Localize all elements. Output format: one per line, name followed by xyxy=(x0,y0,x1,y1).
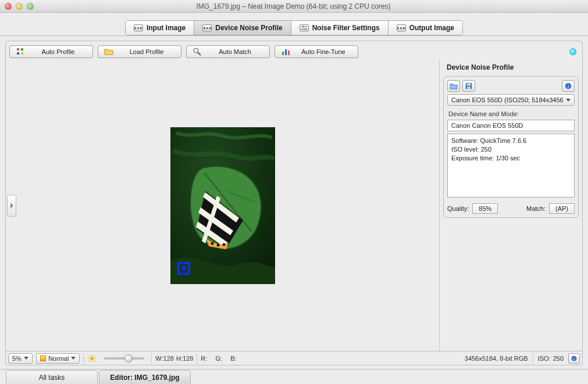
save-profile-button[interactable] xyxy=(462,80,475,92)
status-led-icon xyxy=(569,48,576,55)
zoom-window-button[interactable] xyxy=(27,3,34,10)
chevron-down-icon xyxy=(566,99,571,102)
svg-point-3 xyxy=(305,28,307,30)
main-tab-group: Input Image Device Noise Profile Noise F… xyxy=(125,20,463,35)
chevron-down-icon xyxy=(24,357,28,360)
g-label: G: xyxy=(215,355,222,362)
workspace-panel: Auto Profile Load Profile Auto Match Aut… xyxy=(5,41,583,365)
minimize-window-button[interactable] xyxy=(16,3,23,10)
zoom-select[interactable]: 5% xyxy=(8,353,33,364)
button-label: Load Profile xyxy=(118,48,175,55)
tab-all-tasks[interactable]: All tasks xyxy=(6,370,98,384)
panel-title: Device Noise Profile xyxy=(443,62,579,74)
svg-rect-5 xyxy=(21,48,23,51)
svg-point-18 xyxy=(216,243,219,246)
button-label: Auto Fine-Tune xyxy=(295,48,352,55)
iso-label: ISO: xyxy=(538,355,551,362)
viewmode-select[interactable]: Normal xyxy=(36,353,80,364)
expand-panel-button[interactable] xyxy=(7,195,16,217)
load-profile-button[interactable]: Load Profile xyxy=(98,45,181,58)
svg-point-1 xyxy=(302,26,304,27)
iso-value: 250 xyxy=(553,355,564,362)
chevron-down-icon xyxy=(71,357,76,360)
match-value: (AP) xyxy=(549,203,575,214)
tab-label: Device Noise Profile xyxy=(215,24,282,32)
tab-label: Noise Filter Settings xyxy=(312,24,380,32)
svg-line-33 xyxy=(94,356,95,357)
brightness-icon xyxy=(87,354,97,363)
tab-noise-filter-settings[interactable]: Noise Filter Settings xyxy=(291,21,389,35)
svg-rect-12 xyxy=(288,51,290,55)
device-name-label: Device Name and Mode: xyxy=(447,108,575,117)
svg-line-9 xyxy=(198,52,201,55)
image-viewer[interactable] xyxy=(6,60,439,351)
iso-readout: ISO: 250 xyxy=(538,355,564,362)
svg-rect-22 xyxy=(467,87,470,89)
image-info-button[interactable]: i xyxy=(568,353,580,364)
button-label: Auto Match xyxy=(206,48,263,55)
profile-icon xyxy=(202,24,212,31)
match-icon xyxy=(193,47,202,56)
svg-line-32 xyxy=(89,360,90,361)
svg-point-17 xyxy=(211,242,213,245)
wand-icon xyxy=(16,47,25,56)
quality-label: Quality: xyxy=(447,205,469,212)
titlebar: IMG_1679.jpg – Neat Image Demo (64-bit; … xyxy=(0,0,588,13)
button-label: Auto Profile xyxy=(30,48,87,55)
quality-value: 85% xyxy=(472,203,498,214)
selection-height-label: H:128 xyxy=(176,355,193,362)
select-value: Canon EOS 550D (ISO250; 5184x3456 xyxy=(451,96,564,103)
folder-open-icon xyxy=(104,47,113,56)
app-window: IMG_1679.jpg – Neat Image Demo (64-bit; … xyxy=(0,0,588,384)
device-name-value: Canon Canon EOS 550D xyxy=(451,122,523,129)
svg-line-30 xyxy=(89,356,90,357)
image-dimensions: 3456x5184, 8-bit RGB xyxy=(465,355,528,362)
device-noise-profile-panel: Device Noise Profile i xyxy=(439,60,582,351)
svg-rect-11 xyxy=(285,49,287,55)
status-bar: 5% Normal W:128 H:128 R: G: xyxy=(6,351,582,365)
match-label: Match: xyxy=(526,205,546,212)
tab-label: All tasks xyxy=(39,374,65,382)
document-tabs: All tasks Editor: IMG_1679.jpg xyxy=(0,369,588,384)
sliders-icon xyxy=(300,24,309,31)
main-tabs-row: Input Image Device Noise Profile Noise F… xyxy=(0,13,588,36)
selection-width-label: W:128 xyxy=(155,355,174,362)
b-label: B: xyxy=(230,355,236,362)
viewmode-swatch-icon xyxy=(40,356,46,361)
slider-thumb[interactable] xyxy=(124,354,133,363)
r-label: R: xyxy=(201,355,207,362)
window-title: IMG_1679.jpg – Neat Image Demo (64-bit; … xyxy=(34,2,588,10)
close-window-button[interactable] xyxy=(5,3,12,10)
image-icon xyxy=(134,24,143,31)
profile-info-button[interactable]: i xyxy=(562,80,575,92)
device-name-field[interactable]: Canon Canon EOS 550D xyxy=(447,120,575,131)
device-metadata-box: Software: QuickTime 7.6.6 ISO level: 250… xyxy=(447,134,575,198)
selection-size: W:128 H:128 xyxy=(155,355,193,362)
tab-label: Output Image xyxy=(409,24,454,32)
image-preview[interactable] xyxy=(170,127,275,284)
tab-editor[interactable]: Editor: IMG_1679.jpg xyxy=(99,370,191,384)
svg-rect-4 xyxy=(17,48,19,51)
auto-fine-tune-button[interactable]: Auto Fine-Tune xyxy=(275,45,358,58)
profile-toolbar: Auto Profile Load Profile Auto Match Aut… xyxy=(6,41,582,60)
svg-point-8 xyxy=(194,48,198,53)
profile-select[interactable]: Canon EOS 550D (ISO250; 5184x3456 xyxy=(447,94,575,106)
svg-point-19 xyxy=(222,243,225,246)
tab-label: Editor: IMG_1679.jpg xyxy=(110,374,179,382)
window-controls xyxy=(5,3,34,10)
auto-match-button[interactable]: Auto Match xyxy=(186,45,270,58)
tab-output-image[interactable]: Output Image xyxy=(389,21,462,35)
tab-input-image[interactable]: Input Image xyxy=(126,21,194,35)
auto-profile-button[interactable]: Auto Profile xyxy=(9,45,93,58)
svg-rect-7 xyxy=(21,52,23,55)
center-area: Device Noise Profile i xyxy=(6,60,582,351)
output-icon xyxy=(397,24,406,31)
tab-device-noise-profile[interactable]: Device Noise Profile xyxy=(194,21,291,35)
open-profile-button[interactable] xyxy=(447,80,460,92)
pixel-rgb-readout: R: G: B: xyxy=(201,355,236,362)
viewmode-value: Normal xyxy=(48,355,69,362)
brightness-slider[interactable] xyxy=(104,357,144,360)
svg-text:i: i xyxy=(573,357,575,361)
sample-selection-marker[interactable] xyxy=(177,262,190,275)
svg-rect-21 xyxy=(467,84,471,86)
